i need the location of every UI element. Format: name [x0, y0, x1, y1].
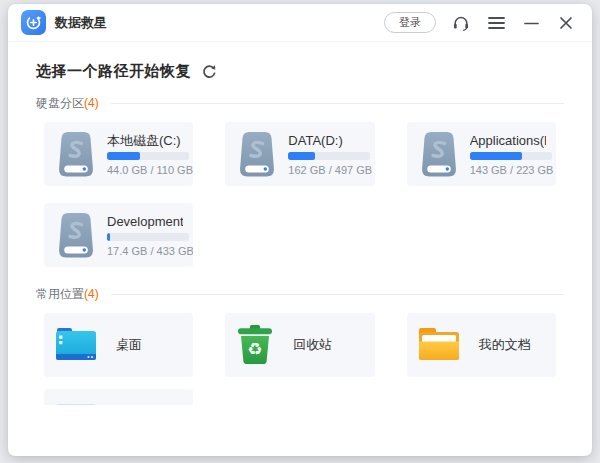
location-card-partial[interactable]: [44, 389, 193, 405]
page-title-row: 选择一个路径开始恢复: [36, 62, 564, 81]
disk-usage-bar: [288, 152, 370, 160]
disk-name: Development apps(F:: [107, 214, 183, 229]
minimize-icon[interactable]: [521, 13, 541, 33]
section-locations-count: (4): [84, 287, 99, 301]
disk-capacity: 44.0 GB / 110 GB: [107, 164, 183, 176]
desktop-background: 数据救星 登录: [0, 0, 600, 463]
hard-drive-icon: [237, 132, 277, 177]
disk-usage-fill: [107, 233, 110, 241]
recycle-symbol: ♻: [248, 339, 263, 359]
disk-name: 本地磁盘(C:): [107, 133, 183, 148]
hard-drive-icon: [56, 213, 96, 258]
partial-location-icon: [56, 404, 96, 405]
disk-card-f[interactable]: Development apps(F: 17.4 GB / 433 GB: [44, 203, 193, 267]
disk-usage-fill: [470, 152, 522, 160]
close-icon[interactable]: [556, 13, 576, 33]
login-button[interactable]: 登录: [384, 12, 436, 33]
location-label: 桌面: [116, 336, 142, 354]
app-window: 数据救星 登录: [8, 4, 592, 456]
support-headset-icon[interactable]: [451, 13, 471, 33]
disk-usage-fill: [288, 152, 315, 160]
recycle-bin-icon: ♻: [237, 325, 273, 365]
section-disks-count: (4): [84, 96, 99, 110]
titlebar: 数据救星 登录: [8, 4, 592, 42]
section-disks: 硬盘分区(4): [36, 95, 564, 111]
location-label: 我的文档: [479, 336, 531, 354]
disk-usage-bar: [107, 152, 189, 160]
disk-capacity: 162 GB / 497 GB: [288, 164, 364, 176]
section-locations: 常用位置(4): [36, 286, 564, 302]
location-card-documents[interactable]: 我的文档: [407, 313, 556, 377]
hard-drive-icon: [419, 132, 459, 177]
hard-drive-icon: [56, 132, 96, 177]
disk-capacity: 143 GB / 223 GB: [470, 164, 546, 176]
location-card-desktop[interactable]: 桌面: [44, 313, 193, 377]
section-locations-label: 常用位置(4): [36, 286, 99, 303]
content-area[interactable]: 选择一个路径开始恢复 硬盘分区(4): [8, 42, 592, 405]
location-label: 回收站: [293, 336, 332, 354]
disk-card-d[interactable]: DATA(D:) 162 GB / 497 GB: [225, 122, 374, 186]
disk-info: Development apps(F: 17.4 GB / 433 GB: [107, 214, 183, 257]
disk-info: Applications(E:) 143 GB / 223 GB: [470, 133, 546, 176]
section-disks-label: 硬盘分区(4): [36, 95, 99, 112]
location-grid: 桌面 ♻: [36, 313, 564, 405]
section-divider: [111, 294, 564, 295]
disk-capacity: 17.4 GB / 433 GB: [107, 245, 183, 257]
disk-card-e[interactable]: Applications(E:) 143 GB / 223 GB: [407, 122, 556, 186]
disk-info: 本地磁盘(C:) 44.0 GB / 110 GB: [107, 133, 183, 176]
disk-grid: 本地磁盘(C:) 44.0 GB / 110 GB: [36, 122, 564, 267]
disk-usage-bar: [107, 233, 189, 241]
menu-icon[interactable]: [486, 13, 506, 33]
disk-name: Applications(E:): [470, 133, 546, 148]
app-logo-icon: [21, 10, 46, 35]
desktop-folder-icon: [56, 328, 96, 362]
disk-info: DATA(D:) 162 GB / 497 GB: [288, 133, 364, 176]
refresh-icon[interactable]: [202, 64, 217, 79]
app-title: 数据救星: [55, 14, 107, 32]
disk-usage-fill: [107, 152, 140, 160]
disk-usage-bar: [470, 152, 552, 160]
location-card-recycle-bin[interactable]: ♻ 回收站: [225, 313, 374, 377]
disk-name: DATA(D:): [288, 133, 364, 148]
section-divider: [111, 103, 564, 104]
documents-folder-icon: [419, 328, 459, 362]
page-title: 选择一个路径开始恢复: [36, 62, 191, 81]
disk-card-c[interactable]: 本地磁盘(C:) 44.0 GB / 110 GB: [44, 122, 193, 186]
